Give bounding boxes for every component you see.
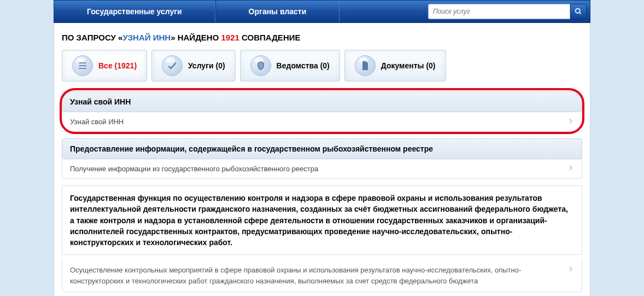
chevron-right-icon — [567, 265, 574, 276]
result-item-label: Осуществление контрольных мероприятий в … — [70, 265, 567, 286]
tab-services-label: Услуги (0) — [188, 61, 225, 70]
result-item[interactable]: Осуществление контрольных мероприятий в … — [62, 259, 582, 292]
result-block-3: Государственная функция по осуществлению… — [62, 185, 582, 292]
tab-all[interactable]: Все (1921) — [62, 50, 147, 82]
list-icon — [72, 55, 93, 76]
top-nav: Государственные услуги Органы власти — [54, 0, 590, 23]
svg-line-1 — [579, 13, 581, 14]
result-item-label: Узнай свой ИНН — [70, 118, 124, 126]
svg-point-0 — [576, 9, 580, 13]
result-item-label: Получение информации из государственного… — [70, 165, 318, 173]
svg-rect-3 — [79, 65, 86, 66]
search-input[interactable] — [428, 4, 570, 19]
query-text: УЗНАЙ ИНН — [122, 33, 171, 42]
svg-rect-4 — [79, 68, 86, 69]
emblem-icon — [250, 55, 271, 76]
result-item[interactable]: Получение информации из государственного… — [62, 159, 582, 179]
tabs: Все (1921) Услуги (0) Ведомства (0) Доку… — [62, 50, 582, 82]
search-container — [425, 1, 590, 22]
svg-rect-2 — [79, 62, 86, 63]
result-block-1: Узнай свой ИНН Узнай свой ИНН — [62, 91, 582, 132]
check-icon — [162, 55, 183, 76]
result-item[interactable]: Узнай свой ИНН — [62, 112, 582, 132]
result-block-2: Предоставление информации, содержащейся … — [62, 138, 582, 179]
result-count: 1921 — [221, 33, 239, 42]
tab-agencies[interactable]: Ведомства (0) — [240, 50, 340, 82]
content-area: ПО ЗАПРОСУ «УЗНАЙ ИНН» НАЙДЕНО 1921 СОВП… — [54, 23, 590, 296]
chevron-right-icon — [567, 118, 574, 126]
tab-documents[interactable]: Документы (0) — [344, 50, 446, 82]
search-button[interactable] — [570, 4, 587, 19]
document-icon — [355, 55, 376, 76]
nav-services[interactable]: Государственные услуги — [54, 1, 215, 22]
result-header: Предоставление информации, содержащейся … — [62, 138, 582, 159]
tab-documents-label: Документы (0) — [381, 61, 436, 70]
result-header: Узнай свой ИНН — [62, 91, 582, 112]
tab-agencies-label: Ведомства (0) — [277, 61, 330, 70]
search-icon — [575, 8, 582, 15]
chevron-right-icon — [567, 165, 574, 173]
tab-all-label: Все (1921) — [98, 61, 137, 70]
result-description: Государственная функция по осуществлению… — [62, 185, 582, 255]
query-summary: ПО ЗАПРОСУ «УЗНАЙ ИНН» НАЙДЕНО 1921 СОВП… — [62, 33, 582, 42]
nav-authorities[interactable]: Органы власти — [215, 1, 340, 22]
tab-services[interactable]: Услуги (0) — [151, 50, 236, 82]
